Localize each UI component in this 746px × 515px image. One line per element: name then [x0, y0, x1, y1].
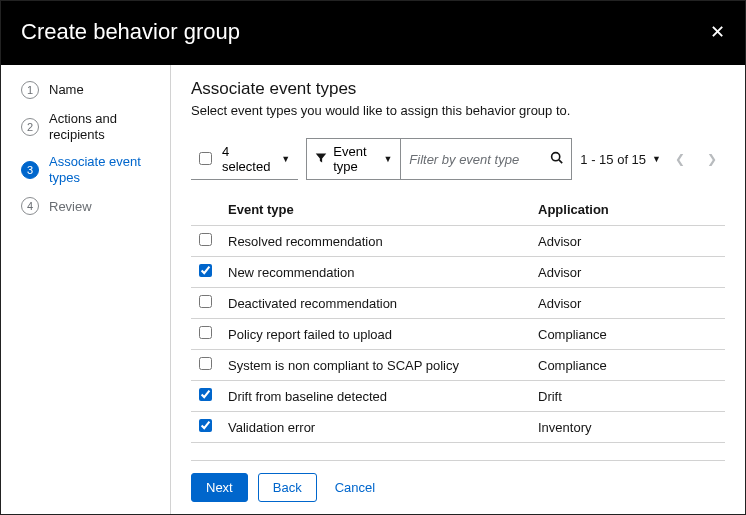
wizard-step-4[interactable]: 4Review	[1, 191, 170, 221]
wizard-step-3[interactable]: 3Associate event types	[1, 148, 170, 191]
filter-type-dropdown[interactable]: Event type ▼	[306, 138, 400, 180]
row-event-type: Validation error	[220, 412, 530, 443]
wizard-step-number: 2	[21, 118, 39, 136]
section-title: Associate event types	[191, 79, 725, 99]
pagination-per-page-toggle[interactable]: ▼	[652, 154, 661, 164]
table-row: Resolved recommendationAdvisor	[191, 226, 725, 257]
table-row: System is non compliant to SCAP policyCo…	[191, 350, 725, 381]
next-button[interactable]: Next	[191, 473, 248, 502]
row-event-type: Detected Malware	[220, 443, 530, 451]
table-header-application: Application	[530, 194, 725, 226]
row-application: Advisor	[530, 226, 725, 257]
modal-title: Create behavior group	[21, 19, 240, 45]
row-checkbox[interactable]	[199, 388, 212, 401]
table-row: Policy report failed to uploadCompliance	[191, 319, 725, 350]
filter-type-label: Event type	[333, 144, 377, 174]
row-checkbox[interactable]	[199, 295, 212, 308]
row-application: Compliance	[530, 319, 725, 350]
row-checkbox[interactable]	[199, 264, 212, 277]
modal-body: 1Name2Actions and recipients3Associate e…	[1, 65, 745, 514]
table-row: New recommendationAdvisor	[191, 257, 725, 288]
close-button[interactable]: ✕	[710, 23, 725, 41]
event-types-table: Event type Application Resolved recommen…	[191, 194, 725, 450]
pagination: 1 - 15 of 15 ▼ ❮ ❯	[580, 150, 725, 168]
wizard-step-2[interactable]: 2Actions and recipients	[1, 105, 170, 148]
table-row: Detected MalwareMalware	[191, 443, 725, 451]
bulk-select-dropdown[interactable]: 4 selected ▼	[191, 139, 298, 180]
row-event-type: New recommendation	[220, 257, 530, 288]
table-scroll: Event type Application Resolved recommen…	[191, 194, 725, 450]
row-application: Malware	[530, 443, 725, 451]
toolbar: 4 selected ▼ Event type ▼	[191, 138, 725, 180]
row-checkbox[interactable]	[199, 233, 212, 246]
caret-down-icon: ▼	[281, 154, 290, 164]
row-checkbox[interactable]	[199, 419, 212, 432]
content-panel: Associate event types Select event types…	[171, 65, 745, 514]
wizard-step-number: 4	[21, 197, 39, 215]
table-header-checkbox	[191, 194, 220, 226]
row-event-type: Resolved recommendation	[220, 226, 530, 257]
modal: Create behavior group ✕ 1Name2Actions an…	[1, 1, 745, 514]
cancel-button[interactable]: Cancel	[327, 474, 383, 501]
table-row: Validation errorInventory	[191, 412, 725, 443]
modal-header: Create behavior group ✕	[1, 1, 745, 65]
filter-icon	[315, 152, 327, 167]
row-application: Inventory	[530, 412, 725, 443]
bulk-select-checkbox[interactable]	[199, 152, 212, 165]
wizard-step-number: 1	[21, 81, 39, 99]
section-description: Select event types you would like to ass…	[191, 103, 725, 118]
row-application: Advisor	[530, 288, 725, 319]
filter-input[interactable]	[401, 147, 571, 172]
wizard-footer: Next Back Cancel	[191, 460, 725, 514]
table-row: Drift from baseline detectedDrift	[191, 381, 725, 412]
bulk-select-label: 4 selected	[222, 144, 275, 174]
row-checkbox[interactable]	[199, 326, 212, 339]
row-event-type: System is non compliant to SCAP policy	[220, 350, 530, 381]
wizard-step-label: Actions and recipients	[49, 111, 162, 142]
table-header-event: Event type	[220, 194, 530, 226]
pagination-prev-button[interactable]: ❮	[667, 150, 693, 168]
wizard-step-number: 3	[21, 161, 39, 179]
row-event-type: Deactivated recommendation	[220, 288, 530, 319]
row-event-type: Policy report failed to upload	[220, 319, 530, 350]
wizard-step-label: Associate event types	[49, 154, 162, 185]
wizard-nav: 1Name2Actions and recipients3Associate e…	[1, 65, 171, 514]
row-checkbox[interactable]	[199, 357, 212, 370]
wizard-step-1[interactable]: 1Name	[1, 75, 170, 105]
pagination-next-button[interactable]: ❯	[699, 150, 725, 168]
caret-down-icon: ▼	[383, 154, 392, 164]
filter-input-group	[400, 138, 572, 180]
close-icon: ✕	[710, 22, 725, 42]
pagination-range: 1 - 15 of 15	[580, 152, 646, 167]
wizard-step-label: Review	[49, 199, 92, 215]
row-application: Advisor	[530, 257, 725, 288]
table-row: Deactivated recommendationAdvisor	[191, 288, 725, 319]
back-button[interactable]: Back	[258, 473, 317, 502]
wizard-step-label: Name	[49, 82, 84, 98]
row-application: Drift	[530, 381, 725, 412]
row-event-type: Drift from baseline detected	[220, 381, 530, 412]
row-application: Compliance	[530, 350, 725, 381]
